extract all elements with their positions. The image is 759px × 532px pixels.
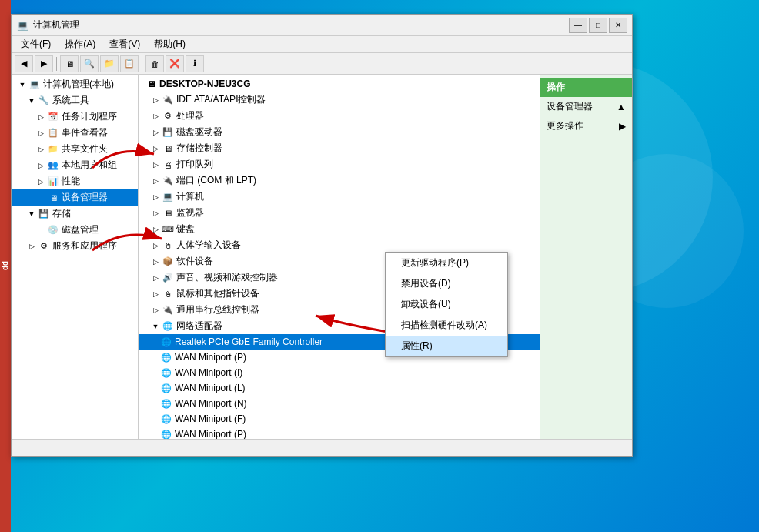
- main-window: 💻 计算机管理 — □ ✕ 文件(F) 操作(A) 查看(V) 帮助(H) ◀ …: [11, 14, 633, 457]
- ctx-uninstall[interactable]: 卸载设备(U): [386, 294, 507, 315]
- toolbar: ◀ ▶ 🖥 🔍 📁 📋 🗑 ❌ ℹ: [12, 53, 632, 75]
- arrow-print: ▷: [151, 160, 160, 169]
- ctx-scan[interactable]: 扫描检测硬件改动(A): [386, 315, 507, 336]
- icon-root: 💻: [28, 79, 41, 91]
- menu-file[interactable]: 文件(F): [15, 36, 57, 52]
- icon-network: 🌐: [162, 320, 174, 333]
- tree-item-perf[interactable]: ▷ 📊 性能: [12, 173, 138, 189]
- label-realtek: Realtek PCIe GbE Family Controller: [175, 336, 323, 347]
- device-storage[interactable]: ▷ 🖥 存储控制器: [139, 140, 540, 156]
- label-perf: 性能: [62, 175, 80, 188]
- arrow-scheduler: ▷: [36, 112, 45, 122]
- tree-item-system-tools[interactable]: ▼ 🔧 系统工具: [12, 92, 138, 109]
- label-keyboard: 键盘: [176, 223, 195, 236]
- ctx-update-driver[interactable]: 更新驱动程序(P): [386, 253, 507, 273]
- arrow-cpu: ▷: [151, 112, 160, 121]
- arrow-ide: ▷: [151, 95, 160, 105]
- ctx-properties[interactable]: 属性(R): [386, 336, 507, 356]
- arrow-users: ▷: [36, 161, 45, 170]
- arrow-events: ▷: [36, 129, 45, 138]
- device-wan6[interactable]: 🌐 WAN Miniport (P): [139, 427, 540, 439]
- device-wan4[interactable]: 🌐 WAN Miniport (N): [139, 396, 540, 411]
- device-cpu[interactable]: ▷ ⚙ 处理器: [139, 108, 540, 124]
- tree-item-shared[interactable]: ▷ 📁 共享文件夹: [12, 141, 138, 157]
- tree-item-users[interactable]: ▷ 👥 本地用户和组: [12, 157, 138, 173]
- tree-item-devmgr[interactable]: 🖥 设备管理器: [12, 189, 138, 206]
- cancel-button[interactable]: ❌: [166, 55, 184, 72]
- icon-software: 📦: [162, 256, 174, 268]
- menu-help[interactable]: 帮助(H): [148, 36, 192, 52]
- label-scheduler: 任务计划程序: [62, 110, 117, 123]
- icon-print: 🖨: [162, 159, 174, 171]
- icon-devmgr: 🖥: [47, 192, 59, 204]
- more-arrow-icon: ▶: [619, 121, 626, 132]
- label-print: 打印队列: [176, 158, 213, 171]
- tree-item-root[interactable]: ▼ 💻 计算机管理(本地): [12, 76, 138, 92]
- action-device-mgr-label: 设备管理器: [547, 100, 593, 113]
- tree-item-scheduler[interactable]: ▷ 📅 任务计划程序: [12, 109, 138, 125]
- action-more-label: 更多操作: [547, 119, 583, 132]
- arrow-keyboard: ▷: [151, 225, 160, 234]
- icon-perf: 📊: [47, 176, 59, 188]
- label-sound: 声音、视频和游戏控制器: [176, 271, 278, 284]
- action-more[interactable]: 更多操作 ▶: [540, 116, 632, 136]
- ctx-disable[interactable]: 禁用设备(D): [386, 273, 507, 294]
- arrow-devmgr: [36, 193, 45, 202]
- left-panel: ▼ 💻 计算机管理(本地) ▼ 🔧 系统工具 ▷ 📅 任务计划程序 ▷ 📋 事件…: [12, 75, 139, 439]
- arrow-storage2: ▷: [151, 144, 160, 153]
- arrow-mouse: ▷: [151, 289, 160, 299]
- info-button[interactable]: ℹ: [186, 55, 204, 72]
- device-hid[interactable]: ▷ 🖱 人体学输入设备: [139, 237, 540, 253]
- copy-button[interactable]: 📋: [120, 55, 139, 72]
- label-devmgr: 设备管理器: [62, 191, 108, 204]
- window-icon: 💻: [16, 19, 28, 32]
- icon-disk: 💿: [47, 224, 59, 236]
- device-comp[interactable]: ▷ 💻 计算机: [139, 189, 540, 205]
- search-button[interactable]: 🔍: [80, 55, 99, 72]
- label-software: 软件设备: [176, 255, 213, 268]
- arrow-network: ▼: [151, 322, 160, 331]
- icon-users: 👥: [47, 159, 59, 172]
- arrow-storage: ▼: [27, 209, 36, 219]
- minimize-button[interactable]: —: [569, 18, 587, 33]
- maximize-button[interactable]: □: [589, 18, 607, 33]
- label-wan2: WAN Miniport (I): [175, 367, 242, 378]
- device-wan2[interactable]: 🌐 WAN Miniport (I): [139, 365, 540, 380]
- forward-button[interactable]: ▶: [35, 55, 53, 72]
- device-ide[interactable]: ▷ 🔌 IDE ATA/ATAPI控制器: [139, 92, 540, 108]
- menu-action[interactable]: 操作(A): [59, 36, 102, 52]
- arrow-services: ▷: [27, 242, 36, 251]
- arrow-usb: ▷: [151, 306, 160, 315]
- back-button[interactable]: ◀: [15, 55, 33, 72]
- arrow-root: ▼: [18, 80, 27, 89]
- device-disk[interactable]: ▷ 💾 磁盘驱动器: [139, 124, 540, 140]
- device-wan3[interactable]: 🌐 WAN Miniport (L): [139, 380, 540, 396]
- tree-item-storage[interactable]: ▼ 💾 存储: [12, 206, 138, 222]
- delete-button[interactable]: 🗑: [145, 55, 164, 72]
- computer-button[interactable]: 🖥: [60, 55, 79, 72]
- device-print[interactable]: ▷ 🖨 打印队列: [139, 156, 540, 172]
- label-usb: 通用串行总线控制器: [176, 303, 259, 316]
- toolbar-sep-1: [56, 57, 57, 71]
- device-com[interactable]: ▷ 🔌 端口 (COM 和 LPT): [139, 172, 540, 189]
- device-wan5[interactable]: 🌐 WAN Miniport (F): [139, 411, 540, 427]
- menu-bar: 文件(F) 操作(A) 查看(V) 帮助(H): [12, 36, 632, 53]
- arrow-perf: ▷: [36, 177, 45, 186]
- icon-wan3: 🌐: [160, 382, 172, 394]
- context-menu: 更新驱动程序(P) 禁用设备(D) 卸载设备(U) 扫描检测硬件改动(A) 属性…: [385, 252, 508, 357]
- tree-item-events[interactable]: ▷ 📋 事件查看器: [12, 125, 138, 141]
- icon-sound: 🔊: [162, 272, 174, 284]
- tree-item-disk[interactable]: 💿 磁盘管理: [12, 222, 138, 238]
- folder-button[interactable]: 📁: [100, 55, 119, 72]
- action-device-mgr[interactable]: 设备管理器 ▲: [540, 97, 632, 116]
- device-monitor[interactable]: ▷ 🖥 监视器: [139, 205, 540, 221]
- icon-events: 📋: [47, 127, 59, 139]
- icon-wan1: 🌐: [160, 351, 172, 363]
- device-keyboard[interactable]: ▷ ⌨ 键盘: [139, 221, 540, 237]
- menu-view[interactable]: 查看(V): [103, 36, 146, 52]
- label-wan1: WAN Miniport (P): [175, 352, 246, 363]
- icon-storage2: 🖥: [162, 142, 174, 155]
- close-button[interactable]: ✕: [609, 18, 627, 33]
- tree-item-services[interactable]: ▷ ⚙ 服务和应用程序: [12, 238, 138, 254]
- label-disk2: 磁盘驱动器: [176, 125, 222, 139]
